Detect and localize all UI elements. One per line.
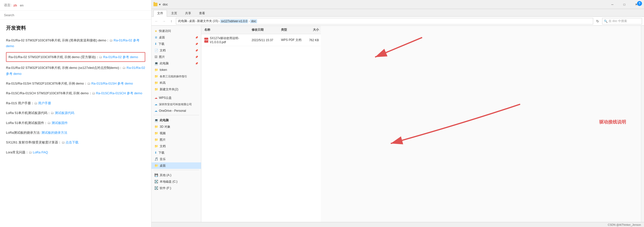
sidebar-item-drive-f[interactable]: 💽 软件 (F:) xyxy=(152,185,201,191)
sidebar-item-this-pc[interactable]: 💻 此电脑 xyxy=(152,117,201,123)
col-header-date[interactable]: 修改日期 xyxy=(250,27,279,33)
scrollbar[interactable] xyxy=(641,26,644,222)
pin-icon[interactable]: 📌 xyxy=(195,36,198,39)
item-link-8[interactable]: 测试板的烧录方法 xyxy=(40,131,68,134)
sidebar-item-mypc[interactable]: 💻 此电脑 📌 xyxy=(152,60,201,67)
sidebar-item-drive-c[interactable]: 💽 本地磁盘 (C:) xyxy=(152,178,201,185)
address-path[interactable]: 此电脑 › 桌面 › 新建文件夹 (15) › sx127xdriver-v1.… xyxy=(176,18,593,25)
explorer-window: ▼ doc ─ □ ✕ 文件 主页 共享 查看 ← → ↑ 此电脑 › 桌面 ›… xyxy=(152,0,644,227)
explorer-main: ★ 快速访问 🖥 桌面 📌 ⬇ 下载 📌 📄 文档 📌 🖼 图片 xyxy=(152,26,644,222)
item-link-4[interactable]: Ra-01SC/Ra-01SCH 参考 demo xyxy=(96,91,142,95)
sidebar-item-label: WPS云盘 xyxy=(159,96,172,100)
sidebar-item-operations[interactable]: 📁 各类三元组的操作指引 xyxy=(152,73,201,80)
path-sep-3: › xyxy=(219,20,220,23)
pin-icon-pics[interactable]: 📌 xyxy=(195,56,198,58)
item-link-1[interactable]: Ra-01/Ra-02 参考 demo xyxy=(103,55,138,59)
pin-icon-docs[interactable]: 📌 xyxy=(195,49,198,52)
forward-button[interactable]: → xyxy=(161,18,167,24)
tab-view[interactable]: 查看 xyxy=(195,10,209,17)
kegao-folder-icon: 📁 xyxy=(154,81,158,85)
onedrive-icon: ☁ xyxy=(154,109,158,113)
sidebar-item-onedrive[interactable]: ☁ OneDrive - Personal xyxy=(152,108,201,114)
item-link-7[interactable]: 测试板固件 xyxy=(52,121,68,125)
sidebar-item-label: 文档 xyxy=(160,48,166,53)
sidebar-item-drive-a[interactable]: 💾 其他 (A:) xyxy=(152,172,201,178)
minimize-button[interactable]: ─ xyxy=(607,0,618,9)
dl2-icon: ⬇ xyxy=(154,151,157,154)
up-button[interactable]: ↑ xyxy=(168,18,174,24)
file-list-header: 名称 修改日期 类型 大小 xyxy=(201,26,321,34)
item-link-6[interactable]: 测试板源代码 xyxy=(55,111,74,115)
content-item-9: SX1261 发射功率/接受灵敏度计算器：🗂 点击下载 xyxy=(6,138,145,146)
sidebar-item-anxinke[interactable]: ☁ 深圳市安信可科技有限公司 xyxy=(152,101,201,108)
sidebar-item-document[interactable]: 📁 文档 xyxy=(152,143,201,149)
operations-folder-icon: 📁 xyxy=(154,75,158,78)
content-item-5: Ra-01S 用户手册：🗂 用户手册 xyxy=(6,99,145,107)
item-link-3[interactable]: Ra-01S/Ra-01SH 参考 demo xyxy=(91,82,133,85)
drive-a-icon: 💾 xyxy=(154,173,158,177)
lang-zh-link[interactable]: zh xyxy=(14,4,17,7)
path-segment-desktop[interactable]: 桌面 xyxy=(189,19,195,23)
file-type-cell: WPS PDF 文档 xyxy=(279,37,304,43)
sidebar-item-label: 图片 xyxy=(160,138,166,142)
tab-share[interactable]: 共享 xyxy=(181,10,195,17)
explorer-search-box[interactable]: 🔍 在 doc 中搜索 xyxy=(602,18,642,25)
path-segment-newfolder[interactable]: 新建文件夹 (15) xyxy=(197,19,218,23)
docs-icon: 📄 xyxy=(154,49,158,52)
item-link-9[interactable]: 点击下载 xyxy=(66,140,78,144)
music-icon: 🎵 xyxy=(154,157,158,161)
sidebar-item-token[interactable]: 📁 token xyxy=(152,67,201,73)
sidebar-item-3d[interactable]: 📁 3D 对象 xyxy=(152,123,201,130)
item-link-5[interactable]: 用户手册 xyxy=(38,101,51,105)
desktop2-icon: 📁 xyxy=(154,164,158,167)
sidebar-item-pictures[interactable]: 🖼 图片 📌 xyxy=(152,54,201,60)
left-panel: 语言: zh en 开发资料 Ra-01/Ra-02 STM32F103C8T6… xyxy=(0,0,152,227)
sidebar-item-dl2[interactable]: ⬇ 下载 xyxy=(152,149,201,156)
path-segment-driver[interactable]: sx127xdriver-v1.0.0 xyxy=(220,19,248,23)
item-text-3: Ra-01S/Ra-01SH STM32F103C8T6单片机 示例 demo：… xyxy=(6,82,91,85)
maximize-button[interactable]: □ xyxy=(618,0,630,9)
arrow-overlay xyxy=(321,26,641,222)
file-row-pdf[interactable]: PDF SX127x驱动使用说明-V1.0.0.0.pdf 2022/5/11 … xyxy=(201,34,321,46)
sidebar-item-download[interactable]: ⬇ 下载 📌 xyxy=(152,41,201,47)
sidebar-item-desktop[interactable]: 🖥 桌面 📌 xyxy=(152,34,201,41)
sidebar-item-docs[interactable]: 📄 文档 📌 xyxy=(152,47,201,54)
sidebar-divider xyxy=(154,115,199,116)
help-button[interactable]: ? xyxy=(637,1,642,6)
language-bar: 语言: zh en xyxy=(0,0,151,11)
search-input[interactable] xyxy=(4,13,147,17)
refresh-button[interactable]: ↻ xyxy=(595,18,601,24)
sidebar-item-kegao[interactable]: 📁 科高 xyxy=(152,80,201,86)
sidebar-item-label: 视频 xyxy=(160,131,166,135)
lang-en-link[interactable]: en xyxy=(20,4,24,7)
sidebar-item-wps-cloud[interactable]: ☁ WPS云盘 xyxy=(152,95,201,101)
drive-c-icon: 💽 xyxy=(154,180,158,183)
col-header-size[interactable]: 大小 xyxy=(304,27,321,33)
file-name-text: SX127x驱动使用说明-V1.0.0.0.pdf xyxy=(210,36,247,44)
back-button[interactable]: ← xyxy=(154,18,160,24)
content-item-0: Ra-01/Ra-02 STM32F103C8T6单片机 示例 (简单的发送和接… xyxy=(6,37,145,50)
col-header-name[interactable]: 名称 xyxy=(201,27,250,33)
search-bar xyxy=(0,11,151,20)
sidebar-item-desktop2[interactable]: 📁 桌面 xyxy=(152,162,201,169)
sidebar-item-label: token xyxy=(160,68,167,72)
sidebar-item-newfolder2[interactable]: 📁 新建文件夹(2) xyxy=(152,86,201,93)
tab-file[interactable]: 文件 xyxy=(154,10,167,17)
pin-icon-pc[interactable]: 📌 xyxy=(195,62,198,65)
path-segment-pc[interactable]: 此电脑 xyxy=(178,19,187,23)
item-text-5: Ra-01S 用户手册：🗂 xyxy=(6,101,38,105)
sidebar-item-music[interactable]: 🎵 音乐 xyxy=(152,156,201,162)
status-bar: CSDN @AiThinker_Jenson xyxy=(152,222,644,227)
col-header-type[interactable]: 类型 xyxy=(279,27,304,33)
sidebar-item-label: 音乐 xyxy=(160,157,166,161)
desktop-icon: 🖥 xyxy=(154,36,158,39)
sidebar-item-photo[interactable]: 📁 图片 xyxy=(152,136,201,143)
sidebar-item-label: OneDrive - Personal xyxy=(159,109,186,113)
item-link-10[interactable]: LoRa FAQ xyxy=(33,150,48,154)
path-segment-doc[interactable]: doc xyxy=(250,19,257,23)
pin-icon-dl[interactable]: 📌 xyxy=(195,43,198,45)
title-divider: ▼ xyxy=(158,3,161,6)
tab-home[interactable]: 主页 xyxy=(168,10,181,17)
sidebar-item-label: 各类三元组的操作指引 xyxy=(160,75,187,78)
sidebar-item-video[interactable]: 📁 视频 xyxy=(152,130,201,136)
